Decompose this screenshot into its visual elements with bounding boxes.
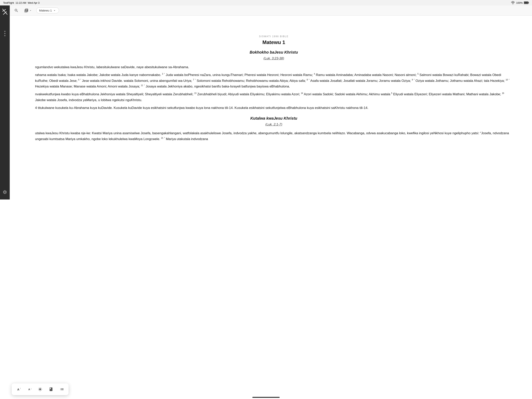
bible-label: SISWATI 1996 BIBLE bbox=[35, 35, 266, 38]
app-name: TestFlight bbox=[3, 1, 14, 4]
sidebar bbox=[0, 6, 10, 200]
section-1-text-3: nvakwekutfunjwa kwabo kuya eBhabhulona J… bbox=[35, 91, 266, 103]
chapter-title: Matewu 1 bbox=[35, 39, 266, 45]
section-1-text-2: rahama watala Isaka; Isaka watala Jakobe… bbox=[35, 72, 266, 90]
section-1: Bokhokho baJesu Khristu (Luk. 3:23-38) n… bbox=[35, 50, 266, 111]
section-1-title: Bokhokho baJesu Khristu bbox=[35, 50, 266, 55]
section-1-text-1: ngumlandvo wekutalwa kwaJesu Khristu, la… bbox=[35, 64, 266, 70]
chapter-chevron-icon bbox=[53, 9, 56, 12]
date: Wed Apr 3 bbox=[28, 1, 39, 4]
section-2-text-1: utalwa kwaJesu Khristu kwaba nje-ke: Kwa… bbox=[35, 130, 266, 142]
section-1-text-4: 4 titukulwane kusukela ku-Abrahama kuya … bbox=[35, 105, 266, 111]
section-2-ref: (Luk. 2:1-7) bbox=[35, 122, 266, 126]
dot-2 bbox=[4, 33, 6, 34]
dot-1 bbox=[4, 31, 6, 32]
library-button[interactable] bbox=[22, 7, 34, 14]
section-2-title: Kutalwa kwaJesu Khristu bbox=[35, 116, 266, 121]
chapter-selector[interactable]: Matewu 1 bbox=[36, 7, 59, 13]
content-area[interactable]: SISWATI 1996 BIBLE Matewu 1 Bokhokho baJ… bbox=[19, 31, 266, 200]
library-icon bbox=[24, 8, 28, 13]
gear-icon bbox=[3, 190, 7, 194]
section-1-ref: (Luk. 3:23-38) bbox=[35, 57, 266, 60]
status-bar: TestFlight 11:22 AM Wed Apr 3 100% bbox=[0, 0, 266, 6]
section-2: Kutalwa kwaJesu Khristu (Luk. 2:1-7) uta… bbox=[35, 116, 266, 142]
search-icon bbox=[14, 8, 19, 13]
dot-3 bbox=[4, 35, 6, 36]
time: 11:22 AM bbox=[16, 1, 26, 4]
search-button[interactable] bbox=[13, 7, 20, 14]
app-logo bbox=[0, 7, 9, 16]
chapter-label: Matewu 1 bbox=[39, 9, 52, 12]
settings-button[interactable] bbox=[1, 189, 8, 196]
sidebar-menu-dots[interactable] bbox=[4, 31, 6, 36]
status-left: TestFlight 11:22 AM Wed Apr 3 bbox=[3, 1, 39, 4]
library-chevron-icon bbox=[29, 9, 32, 12]
app-container: Matewu 1 SISWATI 1996 BIBLE Matewu 1 Bok… bbox=[0, 0, 266, 200]
main-toolbar: Matewu 1 bbox=[10, 6, 266, 16]
